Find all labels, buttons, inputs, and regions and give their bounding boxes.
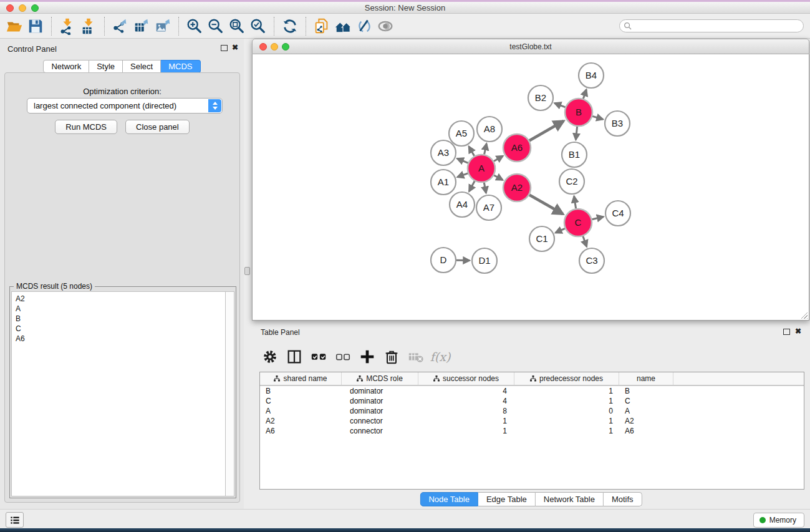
network-minimize-button[interactable]	[271, 43, 278, 51]
tab-motifs[interactable]: Motifs	[604, 492, 642, 506]
network-edge-A-A8[interactable]	[485, 143, 487, 154]
show-graphics-details-button[interactable]	[375, 16, 396, 36]
close-panel-icon[interactable]: ✖	[232, 43, 238, 52]
select-all-button[interactable]	[309, 347, 328, 367]
network-close-button[interactable]	[259, 43, 267, 51]
network-node-A2[interactable]: A2	[503, 174, 531, 201]
mcds-result-item[interactable]: A	[16, 304, 225, 314]
network-node-A8[interactable]: A8	[477, 117, 502, 142]
clone-network-button[interactable]	[311, 16, 332, 36]
export-table-button[interactable]	[131, 16, 152, 36]
delete-column-button[interactable]	[382, 347, 401, 367]
save-session-button[interactable]	[25, 16, 46, 36]
network-node-B4[interactable]: B4	[579, 63, 604, 88]
column-header-predecessor-nodes[interactable]: predecessor nodes	[514, 372, 619, 385]
network-node-C3[interactable]: C3	[579, 248, 604, 273]
network-edge-C-C4[interactable]	[592, 217, 603, 220]
network-node-A3[interactable]: A3	[431, 140, 456, 165]
home-button[interactable]	[332, 16, 354, 36]
network-canvas[interactable]: AA6A2BCA5A8A3A1A4A7B4B2B3B1C2C1C4C3DD1	[253, 54, 809, 319]
close-window-button[interactable]	[6, 4, 14, 12]
search-field[interactable]	[619, 19, 804, 32]
import-network-button[interactable]	[57, 16, 78, 36]
network-edge-B-B1[interactable]	[576, 127, 577, 140]
zoom-selected-button[interactable]	[248, 16, 269, 36]
network-edge-A-A6[interactable]	[494, 156, 503, 162]
network-node-C1[interactable]: C1	[529, 226, 554, 251]
network-node-C4[interactable]: C4	[605, 201, 630, 226]
network-node-D[interactable]: D	[431, 248, 456, 273]
export-image-button[interactable]	[152, 16, 173, 36]
zoom-fit-button[interactable]	[226, 16, 248, 36]
close-panel-button[interactable]: Close panel	[125, 120, 190, 134]
network-edge-A-A4[interactable]	[469, 181, 475, 191]
mcds-result-list[interactable]: A2ABCA6	[11, 291, 225, 496]
minimize-window-button[interactable]	[19, 4, 26, 12]
table-row[interactable]: A6connector11A6	[260, 426, 804, 436]
tab-select[interactable]: Select	[123, 60, 161, 73]
close-table-panel-icon[interactable]: ✖	[795, 327, 801, 336]
import-table-button[interactable]	[78, 16, 99, 36]
network-edge-A2-C[interactable]	[529, 195, 563, 214]
network-edge-C-C1[interactable]	[556, 228, 565, 233]
network-node-A[interactable]: A	[468, 155, 495, 182]
mcds-result-item[interactable]: A2	[16, 294, 225, 304]
network-node-C[interactable]: C	[564, 209, 592, 236]
network-node-B2[interactable]: B2	[528, 85, 553, 110]
search-input[interactable]	[634, 22, 790, 31]
function-builder-button[interactable]: f(x)	[431, 347, 450, 367]
zoom-in-button[interactable]	[184, 16, 205, 36]
mcds-result-item[interactable]: A6	[16, 334, 225, 344]
float-table-panel-icon[interactable]	[783, 329, 790, 335]
tab-style[interactable]: Style	[89, 60, 123, 73]
node-table[interactable]: shared name MCDS role successor nodes pr…	[259, 372, 804, 490]
mcds-result-scrollbar[interactable]	[225, 291, 234, 496]
network-edge-A-A3[interactable]	[457, 158, 468, 163]
refresh-button[interactable]	[279, 16, 301, 36]
network-node-B1[interactable]: B1	[562, 142, 587, 167]
run-mcds-button[interactable]: Run MCDS	[55, 120, 117, 134]
tab-edge-table[interactable]: Edge Table	[478, 492, 536, 506]
network-edge-A6-B[interactable]	[529, 121, 564, 141]
table-row[interactable]: Cdominator41C	[260, 396, 804, 406]
task-history-button[interactable]	[6, 512, 24, 528]
network-node-B3[interactable]: B3	[605, 111, 630, 136]
network-node-A5[interactable]: A5	[449, 121, 474, 146]
network-edge-B-B4[interactable]	[583, 90, 586, 99]
table-row[interactable]: Bdominator41B	[260, 386, 804, 396]
network-node-A4[interactable]: A4	[450, 192, 475, 217]
network-edge-A-A2[interactable]	[494, 175, 503, 180]
network-edge-B-B2[interactable]	[554, 103, 565, 107]
table-settings-button[interactable]	[261, 347, 279, 367]
memory-button[interactable]: Memory	[753, 513, 804, 528]
network-edge-A-A7[interactable]	[484, 183, 486, 193]
delete-table-button[interactable]	[407, 347, 425, 367]
tab-node-table[interactable]: Node Table	[420, 492, 478, 506]
column-header-successor-nodes[interactable]: successor nodes	[418, 372, 514, 385]
export-network-button[interactable]	[110, 16, 131, 36]
tab-network[interactable]: Network	[43, 60, 89, 73]
network-node-B[interactable]: B	[565, 99, 592, 126]
network-node-C2[interactable]: C2	[559, 169, 584, 194]
app-titlebar[interactable]: Session: New Session	[0, 2, 810, 14]
float-panel-icon[interactable]	[221, 45, 228, 51]
tab-network-table[interactable]: Network Table	[536, 492, 604, 506]
network-node-D1[interactable]: D1	[472, 248, 497, 273]
show-columns-button[interactable]	[285, 347, 304, 367]
network-canvas-area[interactable]: AA6A2BCA5A8A3A1A4A7B4B2B3B1C2C1C4C3DD1	[252, 54, 809, 321]
network-node-A7[interactable]: A7	[476, 195, 501, 220]
network-window-titlebar[interactable]: testGlobe.txt	[252, 39, 809, 54]
network-node-A6[interactable]: A6	[503, 134, 531, 162]
network-edge-A-A1[interactable]	[458, 173, 468, 177]
column-header-shared-name[interactable]: shared name	[260, 372, 342, 385]
network-edge-C-C3[interactable]	[583, 236, 587, 247]
open-session-button[interactable]	[4, 16, 25, 36]
column-header-name[interactable]: name	[619, 372, 673, 385]
tab-mcds[interactable]: MCDS	[161, 60, 200, 73]
criterion-select[interactable]: largest connected component (directed)	[27, 98, 223, 114]
column-header-mcds-role[interactable]: MCDS role	[342, 372, 418, 385]
network-edge-A-A5[interactable]	[469, 147, 475, 156]
maximize-window-button[interactable]	[31, 4, 39, 12]
panel-divider-handle[interactable]	[244, 267, 250, 275]
hide-labels-button[interactable]	[354, 16, 375, 36]
